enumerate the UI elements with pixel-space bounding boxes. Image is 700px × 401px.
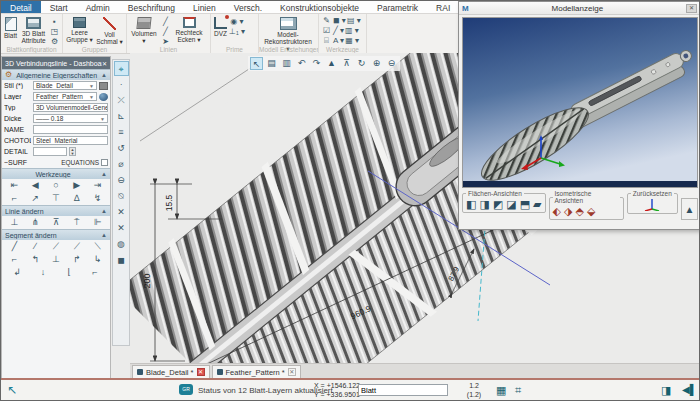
tool-icon[interactable]: ⌐	[4, 193, 25, 204]
stil-color-swatch[interactable]	[99, 82, 108, 90]
menu-tab-rai[interactable]: RAI	[427, 1, 459, 13]
doc-tab-feather-pattern[interactable]: Feather_Pattern * ✕	[212, 365, 301, 378]
exit-icon[interactable]: ◀▌	[682, 384, 697, 395]
snap-tool-icon[interactable]: ✕	[114, 205, 129, 220]
nav-icon[interactable]: ◀	[25, 180, 46, 191]
snap-tool-icon[interactable]: ⊖	[114, 173, 129, 188]
linie-tool-icon[interactable]: ⊥	[4, 217, 25, 228]
segment-tool-icon[interactable]: ⌊	[56, 267, 82, 278]
mini-tool-icon[interactable]: ▪	[49, 17, 60, 26]
tool-icon[interactable]: ↗	[25, 193, 46, 204]
snap-tool-icon[interactable]: ∙	[114, 77, 129, 92]
linie-tool-icon[interactable]: ⊩	[87, 217, 108, 228]
menu-tab-beschriftung[interactable]: Beschriftung	[119, 1, 184, 13]
pointer-arrow-icon[interactable]: ↖	[7, 383, 17, 397]
prime-tool-icon[interactable]: ◉ ▾	[229, 17, 245, 26]
model-3d-preview[interactable]	[462, 17, 698, 188]
line-tool-icon[interactable]: ╱	[160, 17, 171, 26]
menu-tab-admin[interactable]: Admin	[77, 1, 119, 13]
layer-dropdown[interactable]: Feather_Pattern▼	[33, 92, 97, 101]
werkzeug-tool-icon[interactable]: ▥ ▾	[345, 26, 359, 35]
iso-view-icon[interactable]: ⬙	[587, 205, 595, 217]
snap-tool-icon[interactable]: ⌖	[114, 61, 129, 76]
mini-tool-icon[interactable]: ◳	[49, 27, 60, 36]
menu-tab-konstruktionsobjekte[interactable]: Konstruktionsobjekte	[271, 1, 368, 13]
menu-tab-linien[interactable]: Linien	[184, 1, 225, 13]
stil-dropdown[interactable]: Blade_Detail▼	[33, 81, 97, 90]
segment-tool-icon[interactable]: ↲	[4, 267, 30, 278]
iso-view-icon[interactable]: ⬗	[564, 205, 572, 217]
iso-view-icon[interactable]: ⬘	[575, 205, 583, 217]
werkzeug-tool-icon[interactable]: ▤ ▾	[347, 16, 361, 25]
name-input[interactable]	[33, 125, 108, 134]
iso-view-icon[interactable]: ⬖	[553, 205, 561, 217]
snap-tool-icon[interactable]: ◍	[114, 237, 129, 252]
menu-tab-versch[interactable]: Versch.	[225, 1, 271, 13]
snap-tool-icon[interactable]: ⌀	[114, 157, 129, 172]
nav-icon[interactable]: ○	[46, 180, 67, 191]
segment-tool-icon[interactable]: ⟋	[66, 241, 87, 252]
face-view-icon[interactable]: ◪	[506, 198, 516, 210]
quickbar-icon[interactable]: ⊕	[370, 57, 383, 70]
snap-tool-icon[interactable]: ↺	[114, 141, 129, 156]
mini-tool-icon[interactable]: ⚙	[49, 37, 60, 46]
quickbar-icon[interactable]: ▲	[325, 57, 338, 70]
nav-icon[interactable]: ⇥	[87, 180, 108, 191]
close-tab-icon[interactable]: ✕	[288, 368, 296, 376]
sheet-name-input[interactable]	[358, 384, 448, 396]
table-icon[interactable]: ▦	[496, 384, 506, 397]
blatt-button[interactable]: Blatt	[3, 16, 18, 40]
dashboard-close-button[interactable]: ✕	[102, 60, 107, 67]
line-tool-icon[interactable]: ➤	[160, 37, 171, 46]
segment-tool-icon[interactable]: ↰	[25, 254, 46, 265]
snap-tool-icon[interactable]: ⍉	[114, 189, 129, 204]
segment-tool-icon[interactable]: ⊥	[46, 254, 67, 265]
collapse-icon[interactable]: ▲	[101, 171, 107, 177]
quickbar-icon[interactable]: ↻	[355, 57, 368, 70]
werkzeug-tool-icon[interactable]: ✎	[321, 16, 332, 25]
linie-tool-icon[interactable]: ⊼	[46, 217, 67, 228]
nav-icon[interactable]: ⇤	[4, 180, 25, 191]
chotol-input[interactable]: Steel_Material	[33, 136, 108, 145]
segment-tool-icon[interactable]: ↓	[30, 267, 56, 278]
nav-icon[interactable]: ▶	[66, 180, 87, 191]
snap-tool-icon[interactable]: ≡	[114, 125, 129, 140]
expand-triangle-button[interactable]: ▲	[681, 198, 698, 220]
snap-tool-icon[interactable]: ◼	[114, 253, 129, 268]
blatt-attribute-button[interactable]: 3D Blatt Attribute	[19, 16, 48, 45]
linie-tool-icon[interactable]: ⍑	[66, 217, 87, 228]
menu-tab-detail[interactable]: Detail	[1, 1, 41, 13]
section-linie-aendern[interactable]: Linie ändern ▲	[2, 205, 110, 216]
segment-tool-icon[interactable]: ∕	[25, 241, 46, 252]
segment-tool-icon[interactable]: ⟍	[87, 241, 108, 252]
collapse-icon[interactable]: ▲	[101, 208, 107, 214]
quickbar-icon[interactable]: ▤	[265, 57, 278, 70]
voll-schmal-button[interactable]: Voll Schmal ▾	[95, 16, 124, 46]
quickbar-icon[interactable]: ↖	[250, 57, 263, 70]
tool-icon[interactable]: ↯	[87, 193, 108, 204]
line-tool-icon[interactable]: ╱	[160, 27, 171, 36]
werkzeug-tool-icon[interactable]: ◼ ▾	[333, 16, 346, 25]
snap-tool-icon[interactable]: ✕	[114, 221, 129, 236]
tool-icon[interactable]: ⊤	[46, 193, 67, 204]
werkzeug-tool-icon[interactable]: ⌸	[321, 36, 332, 45]
prime-tool-icon[interactable]: ⊥₁ ▾	[229, 27, 245, 36]
quickbar-icon[interactable]: ↷	[310, 57, 323, 70]
quickbar-icon[interactable]: ▥	[280, 57, 293, 70]
section-werkzeuge[interactable]: Werkzeuge ▲	[2, 168, 110, 179]
model-panel-close-button[interactable]: ✕	[686, 4, 697, 13]
segment-tool-icon[interactable]: ⌐	[82, 267, 108, 278]
section-segment-aendern[interactable]: Segment ändern ▲	[2, 229, 110, 240]
collapse-icon[interactable]: ▲	[101, 232, 107, 238]
equations-checkbox[interactable]	[101, 159, 108, 166]
segment-tool-icon[interactable]: ⟋	[46, 241, 67, 252]
layer-sphere-icon[interactable]	[99, 93, 108, 101]
rechteck-ecken-button[interactable]: Rechteck Ecken ▾	[172, 16, 206, 44]
werkzeug-tool-icon[interactable]: ▦ ▾	[345, 36, 359, 45]
segment-tool-icon[interactable]: ⌐	[4, 254, 25, 265]
segment-tool-icon[interactable]: ╱	[4, 241, 25, 252]
dicke-dropdown[interactable]: —— 0.18▼	[33, 114, 108, 123]
detail-input[interactable]	[33, 147, 67, 156]
volumen-button[interactable]: Volumen ▾	[129, 16, 159, 45]
doc-tab-blade-detail[interactable]: Blade_Detail * ✕	[132, 365, 210, 378]
